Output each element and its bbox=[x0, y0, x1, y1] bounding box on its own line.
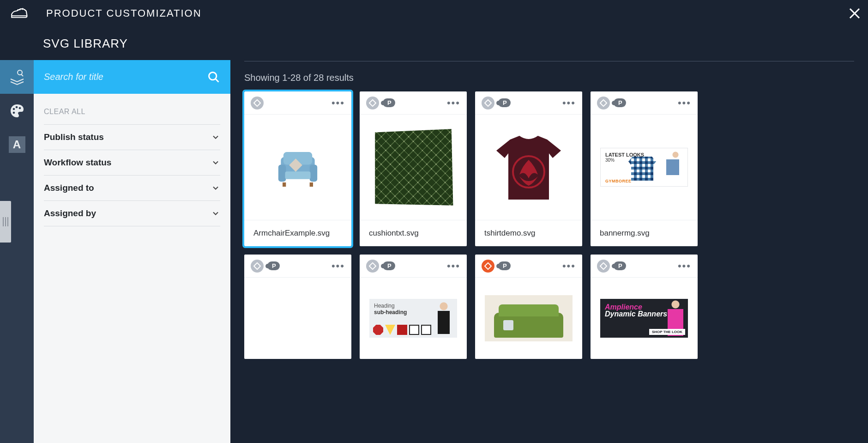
asset-card[interactable]: ••• ArmchairExample.svg bbox=[244, 91, 351, 246]
filter-row[interactable]: Assigned by bbox=[44, 200, 220, 226]
diamond-badge-icon bbox=[251, 97, 264, 109]
svg-rect-15 bbox=[283, 182, 286, 187]
card-head: P ••• bbox=[475, 255, 582, 278]
card-thumbnail: Heading sub-heading bbox=[360, 278, 467, 359]
clear-all-button[interactable]: CLEAR ALL bbox=[44, 103, 220, 124]
filter-panel: CLEAR ALL Publish status Workflow status… bbox=[34, 60, 230, 443]
p-badge: P bbox=[498, 98, 511, 107]
diamond-badge-icon bbox=[366, 260, 379, 273]
p-badge: P bbox=[498, 261, 511, 270]
chevron-down-icon bbox=[211, 183, 220, 193]
p-badge: P bbox=[267, 261, 280, 270]
card-head: P ••• bbox=[360, 91, 467, 115]
content-area: Showing 1-28 of 28 results ••• Arm bbox=[230, 60, 868, 443]
left-nav: A bbox=[0, 60, 34, 443]
search-icon[interactable] bbox=[207, 71, 220, 84]
sneaker-logo-icon bbox=[9, 4, 29, 23]
asset-card[interactable]: P ••• Heading sub-heading bbox=[360, 255, 467, 359]
search-box bbox=[34, 60, 230, 94]
chevron-down-icon bbox=[211, 158, 220, 167]
filter-label: Publish status bbox=[44, 132, 104, 142]
page-title: PRODUCT CUSTOMIZATION bbox=[46, 7, 202, 19]
nav-palette[interactable] bbox=[0, 94, 34, 127]
svg-point-3 bbox=[15, 106, 18, 108]
card-thumbnail bbox=[475, 115, 582, 220]
svg-point-5 bbox=[12, 111, 15, 114]
asset-card[interactable]: P ••• bbox=[244, 255, 351, 359]
p-badge: P bbox=[614, 98, 626, 107]
asset-card[interactable]: P ••• LATEST LOOKS 30% GYMBOREE bannermg… bbox=[591, 91, 698, 246]
svg-line-1 bbox=[21, 74, 23, 76]
diamond-badge-icon bbox=[366, 97, 379, 109]
svg-rect-16 bbox=[310, 182, 313, 187]
asset-card[interactable]: P ••• bbox=[475, 255, 582, 359]
card-thumbnail bbox=[360, 115, 467, 220]
svg-rect-17 bbox=[369, 99, 376, 106]
results-count: Showing 1-28 of 28 results bbox=[244, 73, 354, 83]
diamond-badge-icon bbox=[597, 260, 610, 273]
filter-row[interactable]: Publish status bbox=[44, 124, 220, 150]
svg-rect-13 bbox=[285, 171, 311, 179]
diamond-badge-icon bbox=[251, 260, 264, 273]
p-badge: P bbox=[383, 261, 395, 270]
diamond-badge-icon bbox=[482, 97, 494, 109]
card-head: P ••• bbox=[360, 255, 467, 278]
svg-line-7 bbox=[216, 79, 219, 82]
drawer-handle[interactable] bbox=[0, 201, 11, 243]
svg-rect-11 bbox=[278, 165, 286, 182]
filter-label: Assigned to bbox=[44, 183, 94, 193]
p-badge: P bbox=[383, 98, 395, 107]
card-head: P ••• bbox=[591, 255, 698, 278]
chevron-down-icon bbox=[211, 133, 220, 142]
filter-row[interactable]: Assigned to bbox=[44, 175, 220, 200]
svg-rect-22 bbox=[369, 262, 376, 269]
filter-row[interactable]: Workflow status bbox=[44, 150, 220, 175]
card-thumbnail bbox=[475, 278, 582, 359]
card-head: ••• bbox=[244, 91, 351, 115]
svg-rect-12 bbox=[310, 165, 318, 182]
chevron-down-icon bbox=[211, 209, 220, 218]
asset-card[interactable]: P ••• Amplience Dynamic Banners SHOP THE… bbox=[591, 255, 698, 359]
card-thumbnail bbox=[244, 278, 351, 359]
asset-card[interactable]: P ••• tshirtdemo.svg bbox=[475, 91, 582, 246]
diamond-badge-icon bbox=[482, 260, 494, 273]
p-badge: P bbox=[614, 261, 626, 270]
svg-rect-8 bbox=[254, 99, 260, 106]
svg-rect-24 bbox=[600, 262, 607, 269]
filter-label: Assigned by bbox=[44, 208, 96, 218]
svg-rect-21 bbox=[254, 262, 260, 269]
svg-point-0 bbox=[18, 70, 22, 75]
card-title: cushiontxt.svg bbox=[360, 220, 467, 246]
section-title: SVG LIBRARY bbox=[34, 36, 128, 51]
card-head: P ••• bbox=[475, 91, 582, 115]
card-thumbnail bbox=[244, 115, 351, 220]
card-thumbnail: LATEST LOOKS 30% GYMBOREE bbox=[591, 115, 698, 220]
nav-svg-library[interactable] bbox=[0, 60, 34, 94]
svg-point-6 bbox=[209, 72, 217, 79]
card-thumbnail: Amplience Dynamic Banners SHOP THE LOOK bbox=[591, 278, 698, 359]
card-title: ArmchairExample.svg bbox=[244, 220, 351, 246]
filter-label: Workflow status bbox=[44, 158, 111, 168]
svg-rect-20 bbox=[600, 99, 607, 106]
svg-point-4 bbox=[18, 107, 21, 109]
sub-header: SVG LIBRARY bbox=[0, 27, 868, 60]
nav-fonts[interactable]: A bbox=[0, 127, 34, 161]
asset-card[interactable]: P ••• cushiontxt.svg bbox=[360, 91, 467, 246]
search-input[interactable] bbox=[44, 72, 207, 82]
svg-rect-18 bbox=[485, 99, 491, 106]
svg-rect-23 bbox=[485, 262, 491, 269]
diamond-badge-icon bbox=[597, 97, 610, 109]
card-title: bannermg.svg bbox=[591, 220, 698, 246]
card-grid: ••• ArmchairExample.svg P ••• bbox=[244, 91, 854, 359]
top-header: PRODUCT CUSTOMIZATION bbox=[0, 0, 868, 27]
card-title: tshirtdemo.svg bbox=[475, 220, 582, 246]
card-head: P ••• bbox=[244, 255, 351, 278]
font-a-icon: A bbox=[9, 136, 25, 153]
svg-point-2 bbox=[12, 108, 15, 110]
close-button[interactable] bbox=[846, 5, 863, 22]
card-head: P ••• bbox=[591, 91, 698, 115]
